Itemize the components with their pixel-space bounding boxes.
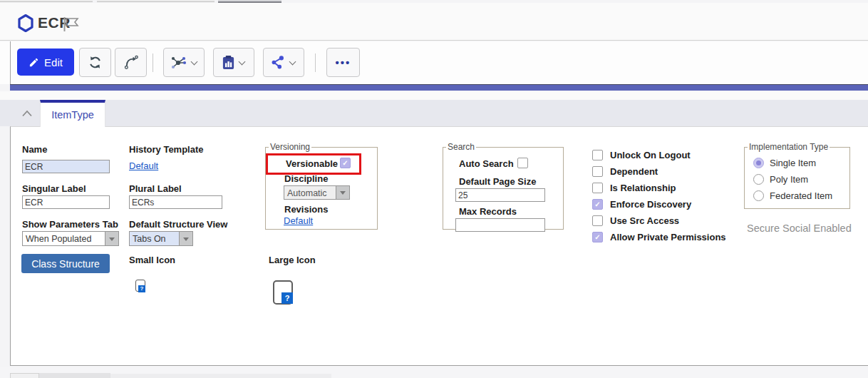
dropdown-arrow-icon[interactable] [105,232,118,245]
enforce-discovery-label: Enforce Discovery [610,199,691,210]
option-row: ✓ Use Src Access [592,215,726,226]
name-input[interactable] [22,160,110,173]
plural-label-input[interactable] [129,195,222,209]
large-icon-label: Large Icon [269,255,316,265]
broken-image-question-icon: ? [138,285,145,292]
default-page-size-label: Default Page Size [459,176,536,187]
singular-label-input[interactable] [22,195,110,209]
browser-tab-fragment [0,0,93,2]
checkmark-icon: ✓ [594,168,600,175]
auto-search-label: Auto Search [459,158,514,169]
network-icon [170,55,187,71]
structure-browser-button[interactable] [163,48,205,77]
small-icon-label: Small Icon [129,255,175,265]
plural-label-label: Plural Label [129,183,182,194]
dependent-checkbox[interactable]: ✓ [592,166,603,177]
discipline-select[interactable]: Automatic [284,185,350,200]
default-structure-view-value: Tabs On [130,232,179,245]
allow-private-permissions-label: Allow Private Permissions [610,232,726,242]
max-records-input[interactable] [455,218,545,232]
singular-label-label: Singular Label [22,183,86,194]
default-structure-view-select[interactable]: Tabs On [129,231,193,246]
options-column: ✓ Unlock On Logout ✓ Dependent ✓ Is Rela… [592,150,726,248]
is-relationship-label: Is Relationship [610,183,676,193]
toolbar-separator [315,53,316,72]
auto-search-checkbox[interactable]: ✓ [517,158,528,168]
show-parameters-tab-select[interactable]: When Populated [22,231,119,246]
poly-item-radio[interactable] [753,174,764,185]
toolbar-border [10,41,11,84]
toolbar-separator [153,53,153,72]
unlock-on-logout-checkbox[interactable]: ✓ [592,150,603,160]
window-fragment [110,374,331,378]
tab-strip-background [0,100,868,126]
checkmark-icon: ✓ [594,151,600,159]
federated-item-radio[interactable] [753,190,764,201]
enforce-discovery-checkbox[interactable]: ✓ [592,199,603,210]
checkmark-icon: ✓ [342,159,348,167]
edit-button[interactable]: Edit [17,48,74,76]
pencil-icon [29,57,39,68]
itemtype-hexagon-icon [17,14,34,36]
checkmark-icon: ✓ [520,159,525,167]
checkmark-icon: ✓ [594,184,600,192]
reports-button[interactable] [213,48,254,77]
federated-item-label: Federated Item [770,190,832,201]
refresh-icon [88,55,103,70]
chevron-down-icon [239,58,246,65]
promote-button[interactable] [115,48,147,77]
history-template-link[interactable]: Default [129,160,158,171]
dropdown-arrow-icon[interactable] [179,232,192,245]
poly-item-label: Poly Item [770,174,808,185]
max-records-label: Max Records [459,206,517,217]
versionable-label: Versionable [286,158,338,169]
collapse-chevron-icon[interactable] [19,105,36,122]
allow-private-permissions-checkbox[interactable]: ✓ [592,232,603,242]
option-row: ✓ Allow Private Permissions [592,232,726,242]
versionable-checkbox[interactable]: ✓ [340,158,351,168]
checkmark-icon: ✓ [594,233,600,241]
large-icon-placeholder[interactable]: ? [273,280,293,305]
share-icon [271,55,286,70]
option-row: ✓ Dependent [592,166,726,177]
checkmark-icon: ✓ [594,200,600,208]
spacer-strip [0,91,868,100]
small-icon-placeholder[interactable]: ? [135,280,145,292]
flag-icon[interactable] [63,17,80,34]
broken-image-question-icon: ? [281,292,293,304]
share-button[interactable] [263,48,304,77]
more-actions-button[interactable]: ••• [326,48,360,77]
option-row: ✓ Unlock On Logout [592,150,726,160]
revisions-link[interactable]: Default [284,215,313,226]
app-window: ECR Edit [0,0,868,378]
show-parameters-tab-label: Show Parameters Tab [22,219,118,230]
default-structure-view-label: Default Structure View [129,219,227,230]
refresh-button[interactable] [79,48,111,77]
single-item-radio[interactable] [753,158,764,168]
secure-social-enabled-text: Secure Social Enabled [747,223,852,234]
default-page-size-input[interactable] [455,188,545,202]
option-row: ✓ Is Relationship [592,183,726,193]
single-item-label: Single Item [770,158,816,168]
is-relationship-checkbox[interactable]: ✓ [592,183,603,193]
implementation-type-group: Implementation Type Single Item Poly Ite… [744,142,850,209]
chevron-down-icon [289,58,296,65]
implementation-type-legend: Implementation Type [748,142,830,152]
use-src-access-checkbox[interactable]: ✓ [592,215,603,226]
discipline-value: Automatic [284,186,336,199]
tab-itemtype-label: ItemType [51,109,94,121]
accent-bar [10,84,868,91]
radio-row: Single Item [753,158,849,168]
tab-itemtype[interactable]: ItemType [40,100,105,127]
search-legend: Search [446,142,476,152]
window-fragment [10,373,39,378]
history-template-label: History Template [129,144,204,155]
edit-button-label: Edit [44,56,63,68]
versioning-legend: Versioning [269,142,311,152]
class-structure-button[interactable]: Class Structure [21,254,110,273]
dropdown-arrow-icon[interactable] [336,186,349,199]
revisions-label: Revisions [284,204,328,215]
window-fragment [39,373,110,378]
discipline-label: Discipline [284,173,328,184]
bottom-area [0,367,868,378]
